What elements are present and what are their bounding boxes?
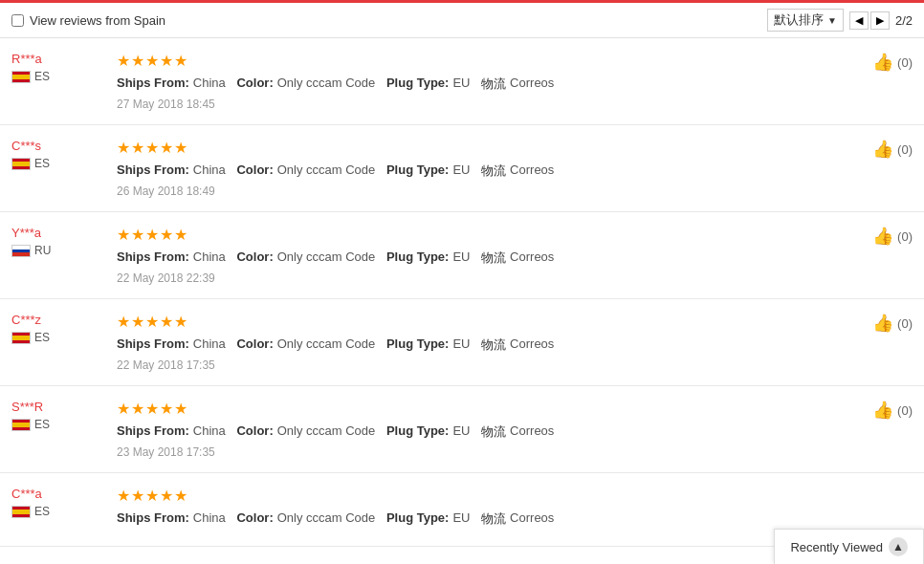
star-icon: ★ — [131, 139, 144, 157]
thumbs-up-button[interactable]: 👍 (0) — [863, 226, 913, 247]
review-date: 27 May 2018 18:45 — [117, 98, 863, 111]
logistics-value: Correos — [510, 163, 554, 180]
color-label: Color: — [236, 76, 273, 93]
star-icon: ★ — [145, 487, 159, 505]
sort-label: 默认排序 — [774, 11, 824, 29]
spain-filter-checkbox[interactable] — [11, 14, 24, 27]
country-code: ES — [34, 70, 50, 83]
reviewer-name[interactable]: C***z — [11, 313, 107, 327]
star-icon: ★ — [160, 52, 173, 70]
star-icon: ★ — [117, 313, 130, 331]
logistics-label: 物流 — [481, 76, 506, 93]
ships-from-value: China — [193, 163, 226, 180]
filter-label: View reviews from Spain — [30, 13, 165, 28]
star-icon: ★ — [174, 226, 187, 244]
color-value: Only cccam Code — [277, 249, 376, 267]
pagination-controls: ◀ ▶ — [849, 11, 890, 30]
country-code: ES — [34, 418, 50, 431]
star-rating: ★★★★★ — [117, 139, 863, 157]
country-flag: ES — [11, 418, 107, 431]
star-icon: ★ — [174, 487, 187, 505]
logistics-value: Correos — [510, 76, 554, 93]
reviewer-info: C***z ES — [11, 313, 107, 344]
star-icon: ★ — [160, 139, 173, 157]
reviewer-info: C***s ES — [11, 139, 107, 170]
plug-type-label: Plug Type: — [386, 510, 449, 528]
logistics-label: 物流 — [481, 249, 506, 267]
thumbs-up-button[interactable]: 👍 (0) — [863, 313, 913, 334]
star-icon: ★ — [117, 226, 130, 244]
thumbs-up-button[interactable]: 👍 (0) — [863, 400, 913, 421]
reviewer-name[interactable]: S***R — [11, 400, 107, 414]
reviewer-name[interactable]: R***a — [11, 52, 107, 66]
country-flag: ES — [11, 157, 107, 170]
review-details: Ships From: China Color: Only cccam Code… — [117, 163, 863, 180]
thumbs-count: (0) — [897, 55, 913, 70]
thumbs-up-button[interactable]: 👍 (0) — [863, 52, 913, 73]
flag-icon — [11, 71, 31, 83]
pagination-prev-button[interactable]: ◀ — [849, 11, 869, 30]
country-code: RU — [34, 244, 51, 257]
thumbs-up-icon: 👍 — [872, 139, 893, 160]
reviewer-name[interactable]: C***s — [11, 139, 107, 153]
review-details: Ships From: China Color: Only cccam Code… — [117, 423, 863, 441]
thumbs-count: (0) — [897, 316, 913, 331]
ships-from-value: China — [193, 510, 226, 528]
country-code: ES — [34, 505, 50, 518]
review-row: C***s ES ★★★★★ Ships From: China Color: … — [0, 125, 924, 212]
plug-type-value: EU — [452, 510, 470, 528]
plug-type-value: EU — [452, 163, 470, 180]
recently-viewed-label: Recently Viewed — [790, 540, 883, 548]
sort-dropdown[interactable]: 默认排序 ▼ — [767, 9, 844, 32]
pagination-next-button[interactable]: ▶ — [870, 11, 890, 30]
reviewer-name[interactable]: Y***a — [11, 226, 107, 240]
reviewer-info: S***R ES — [11, 400, 107, 431]
plug-type-value: EU — [452, 76, 470, 93]
thumbs-up-icon: 👍 — [872, 400, 893, 421]
country-code: ES — [34, 157, 50, 170]
page-info: 2/2 — [895, 13, 913, 28]
plug-type-label: Plug Type: — [386, 423, 449, 441]
plug-type-value: EU — [452, 249, 470, 267]
flag-icon — [11, 506, 31, 518]
logistics-label: 物流 — [481, 510, 506, 528]
logistics-label: 物流 — [481, 163, 506, 180]
star-icon: ★ — [131, 487, 144, 505]
ships-from-label: Ships From: — [117, 76, 189, 93]
logistics-value: Correos — [510, 336, 554, 354]
thumbs-up-button[interactable]: 👍 (0) — [863, 139, 913, 160]
thumbs-up-icon: 👍 — [872, 52, 893, 73]
review-details: Ships From: China Color: Only cccam Code… — [117, 510, 913, 528]
review-date: 23 May 2018 17:35 — [117, 445, 863, 459]
star-icon: ★ — [174, 139, 187, 157]
star-icon: ★ — [160, 487, 173, 505]
star-icon: ★ — [145, 139, 159, 157]
ships-from-value: China — [193, 76, 226, 93]
ships-from-label: Ships From: — [117, 163, 189, 180]
star-icon: ★ — [160, 400, 173, 418]
country-code: ES — [34, 331, 50, 344]
reviewer-name[interactable]: C***a — [11, 487, 107, 501]
review-content: ★★★★★ Ships From: China Color: Only ccca… — [117, 313, 863, 372]
plug-type-value: EU — [452, 336, 470, 354]
thumbs-up-icon: 👍 — [872, 226, 893, 247]
star-icon: ★ — [117, 487, 130, 505]
star-icon: ★ — [117, 400, 130, 418]
star-icon: ★ — [131, 226, 144, 244]
color-label: Color: — [236, 249, 273, 267]
reviews-container: R***a ES ★★★★★ Ships From: China Color: … — [0, 38, 924, 547]
star-icon: ★ — [174, 313, 187, 331]
ships-from-label: Ships From: — [117, 336, 189, 354]
star-icon: ★ — [160, 313, 173, 331]
filter-left: View reviews from Spain — [11, 13, 165, 28]
color-label: Color: — [236, 163, 273, 180]
flag-icon — [11, 158, 31, 170]
star-icon: ★ — [145, 313, 159, 331]
thumbs-count: (0) — [897, 142, 913, 157]
star-icon: ★ — [117, 139, 130, 157]
star-icon: ★ — [145, 400, 159, 418]
logistics-label: 物流 — [481, 336, 506, 354]
recently-viewed-bar[interactable]: Recently Viewed ▲ — [774, 529, 924, 547]
color-label: Color: — [236, 423, 273, 441]
color-label: Color: — [236, 336, 273, 354]
